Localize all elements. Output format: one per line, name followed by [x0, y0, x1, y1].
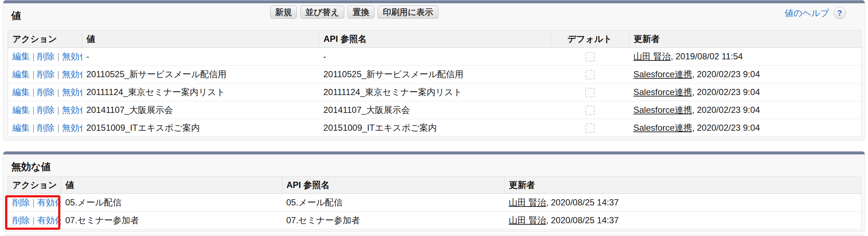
value-cell: 20151009_ITエキスポご案内 [82, 119, 319, 137]
help-area: 値のヘルプ ? [785, 7, 846, 19]
action-cell: 編集|削除|無効化 [8, 48, 82, 66]
inactive-values-table: アクション 値 API 参照名 更新者 削除|有効化 05.メール配信 05.メ… [8, 176, 861, 229]
default-cell [551, 66, 629, 83]
action-separator: | [55, 87, 62, 97]
deactivate-link[interactable]: 無効化 [62, 69, 82, 79]
action-cell: 削除|有効化 [8, 212, 61, 229]
default-cell [551, 83, 629, 101]
modified-date: , 2020/08/25 14:37 [546, 215, 619, 225]
delete-link[interactable]: 削除 [12, 215, 30, 225]
replace-button[interactable]: 置換 [347, 5, 374, 19]
api-name-cell: 05.メール配信 [282, 194, 505, 212]
modified-date: , 2020/02/23 9:04 [692, 123, 760, 133]
value-cell: - [82, 48, 319, 66]
table-row: 編集|削除|無効化 20141107_大阪展示会 20141107_大阪展示会 … [8, 101, 861, 119]
modified-by-cell: Salesforce連携, 2020/02/23 9:04 [629, 119, 861, 137]
table-row: 編集|削除|無効化 20110525_新サービスメール配信用 20110525_… [8, 66, 861, 83]
delete-link[interactable]: 削除 [37, 51, 55, 61]
modified-by-link[interactable]: 山田 賢治 [509, 197, 546, 207]
action-separator: | [55, 51, 62, 61]
col-header-modified-by: 更新者 [505, 177, 861, 194]
action-separator: | [30, 197, 37, 207]
modified-by-link[interactable]: 山田 賢治 [634, 51, 671, 61]
action-cell: 削除|有効化 [8, 194, 61, 212]
col-header-value: 値 [61, 177, 282, 194]
value-cell: 05.メール配信 [61, 194, 282, 212]
value-cell: 20110525_新サービスメール配信用 [82, 66, 319, 83]
modified-by-cell: 山田 賢治, 2020/08/25 14:37 [505, 212, 861, 229]
new-button[interactable]: 新規 [270, 5, 297, 19]
reorder-button[interactable]: 並び替え [300, 5, 344, 19]
modified-by-cell: 山田 賢治, 2019/08/02 11:54 [629, 48, 861, 66]
default-cell [551, 48, 629, 66]
default-checkbox [585, 70, 595, 79]
delete-link[interactable]: 削除 [37, 123, 55, 133]
deactivate-link[interactable]: 無効化 [62, 87, 82, 97]
section-accent-bar [3, 0, 865, 3]
section-values-title: 値 [11, 9, 21, 22]
api-name-cell: - [319, 48, 551, 66]
table-row: 削除|有効化 07.セミナー参加者 07.セミナー参加者 山田 賢治, 2020… [8, 212, 861, 229]
inactive-table-header-row: アクション 値 API 参照名 更新者 [8, 177, 861, 194]
col-header-api-name: API 参照名 [319, 31, 551, 48]
modified-date: , 2020/08/25 14:37 [546, 197, 619, 207]
edit-link[interactable]: 編集 [12, 105, 30, 115]
section-values: 値 新規 並び替え 置換 印刷用に表示 値のヘルプ ? アクション 値 API … [3, 0, 865, 141]
picklist-settings-page: 値 新規 並び替え 置換 印刷用に表示 値のヘルプ ? アクション 値 API … [0, 0, 868, 236]
delete-link[interactable]: 削除 [12, 197, 30, 207]
section-inactive-values: 無効な値 アクション 値 API 参照名 更新者 削除|有効化 05.メール配信… [3, 151, 865, 232]
action-separator: | [55, 69, 62, 79]
modified-by-link[interactable]: 山田 賢治 [509, 215, 546, 225]
modified-by-link[interactable]: Salesforce連携 [634, 69, 692, 79]
col-header-default: デフォルト [551, 31, 629, 48]
table-row: 編集|削除|無効化 20151009_ITエキスポご案内 20151009_IT… [8, 119, 861, 137]
col-header-value: 値 [82, 31, 319, 48]
delete-link[interactable]: 削除 [37, 87, 55, 97]
modified-by-link[interactable]: Salesforce連携 [634, 123, 692, 133]
modified-date: , 2020/02/23 9:04 [692, 87, 760, 97]
deactivate-link[interactable]: 無効化 [62, 105, 82, 115]
edit-link[interactable]: 編集 [12, 69, 30, 79]
api-name-cell: 20141107_大阪展示会 [319, 101, 551, 119]
deactivate-link[interactable]: 無効化 [62, 123, 82, 133]
deactivate-link[interactable]: 無効化 [62, 51, 82, 61]
section-inactive-title: 無効な値 [11, 160, 51, 173]
values-help-link[interactable]: 値のヘルプ [785, 7, 829, 19]
default-cell [551, 119, 629, 137]
edit-link[interactable]: 編集 [12, 51, 30, 61]
modified-by-link[interactable]: Salesforce連携 [634, 87, 692, 97]
edit-link[interactable]: 編集 [12, 87, 30, 97]
value-cell: 20141107_大阪展示会 [82, 101, 319, 119]
delete-link[interactable]: 削除 [37, 105, 55, 115]
default-cell [551, 101, 629, 119]
table-row: 削除|有効化 05.メール配信 05.メール配信 山田 賢治, 2020/08/… [8, 194, 861, 212]
modified-date: , 2020/02/23 9:04 [692, 105, 760, 115]
default-checkbox [585, 106, 595, 115]
section-accent-bar [3, 152, 865, 154]
modified-date: , 2020/02/23 9:04 [692, 69, 760, 79]
modified-by-cell: Salesforce連携, 2020/02/23 9:04 [629, 83, 861, 101]
action-separator: | [30, 123, 37, 133]
api-name-cell: 20110525_新サービスメール配信用 [319, 66, 551, 83]
default-checkbox [585, 52, 595, 62]
action-separator: | [55, 105, 62, 115]
printable-view-button[interactable]: 印刷用に表示 [378, 5, 438, 19]
activate-link[interactable]: 有効化 [37, 215, 61, 225]
action-cell: 編集|削除|無効化 [8, 66, 82, 83]
col-header-api-name: API 参照名 [282, 177, 505, 194]
help-question-icon[interactable]: ? [833, 7, 846, 19]
col-header-action: アクション [8, 31, 82, 48]
action-separator: | [30, 105, 37, 115]
action-cell: 編集|削除|無効化 [8, 83, 82, 101]
values-table-header-row: アクション 値 API 参照名 デフォルト 更新者 [8, 31, 861, 48]
modified-by-cell: 山田 賢治, 2020/08/25 14:37 [505, 194, 861, 212]
modified-by-cell: Salesforce連携, 2020/02/23 9:04 [629, 101, 861, 119]
delete-link[interactable]: 削除 [37, 69, 55, 79]
edit-link[interactable]: 編集 [12, 123, 30, 133]
action-separator: | [55, 123, 62, 133]
api-name-cell: 07.セミナー参加者 [282, 212, 505, 229]
table-row: 編集|削除|無効化 20111124_東京セミナー案内リスト 20111124_… [8, 83, 861, 101]
activate-link[interactable]: 有効化 [37, 197, 61, 207]
modified-by-link[interactable]: Salesforce連携 [634, 105, 692, 115]
values-table: アクション 値 API 参照名 デフォルト 更新者 編集|削除|無効化 - - … [8, 30, 861, 137]
